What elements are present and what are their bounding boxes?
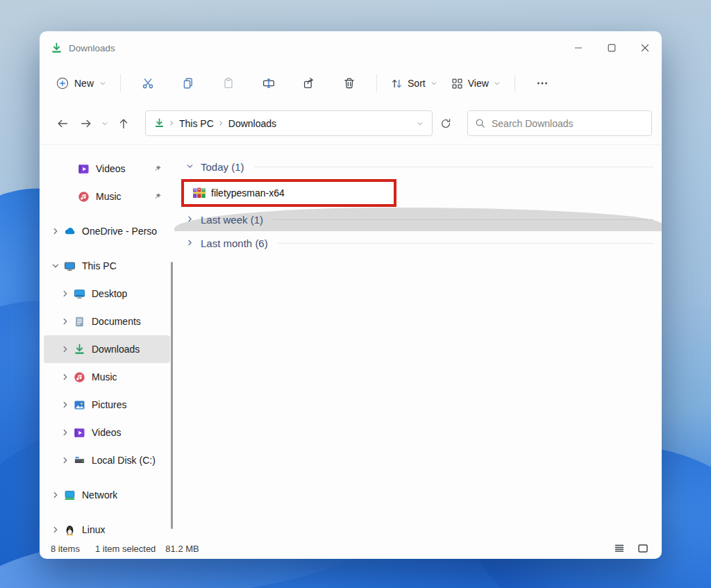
share-icon: [303, 77, 315, 90]
more-options-button[interactable]: [527, 70, 558, 96]
back-button[interactable]: [51, 112, 74, 135]
sort-button[interactable]: Sort: [384, 73, 444, 94]
breadcrumb-downloads[interactable]: Downloads: [228, 118, 276, 129]
thumbnail-view-icon: [637, 543, 649, 554]
copy-button[interactable]: [173, 70, 203, 96]
view-button[interactable]: View: [444, 73, 508, 94]
refresh-button[interactable]: [433, 110, 459, 136]
chevron-right-icon[interactable]: [60, 344, 72, 355]
local-disk-icon: [74, 455, 85, 467]
recent-locations-button[interactable]: [98, 112, 112, 135]
navigation-bar: This PC Downloads: [40, 102, 662, 145]
desktop-icon: [74, 288, 85, 300]
sidebar-scrollbar[interactable]: [171, 262, 173, 529]
view-button-label: View: [468, 78, 489, 89]
sidebar-item-this-pc[interactable]: This PC: [44, 252, 170, 280]
chevron-down-icon: [494, 80, 501, 87]
chevron-right-icon[interactable]: [60, 316, 72, 327]
linux-tux-icon: [64, 524, 76, 536]
group-header-last-month[interactable]: Last month (6): [174, 231, 662, 255]
group-header-rule: [254, 167, 653, 167]
chevron-right-icon[interactable]: [51, 524, 62, 535]
new-button-label: New: [74, 78, 94, 89]
sidebar-item-downloads[interactable]: Downloads: [44, 335, 170, 363]
search-input[interactable]: [492, 118, 644, 129]
file-list: Today (1) filetypesman-x64 Last week (1): [174, 145, 662, 538]
chevron-right-icon[interactable]: [51, 226, 62, 237]
sort-arrows-icon: [391, 78, 403, 90]
sidebar-item-label: Videos: [92, 427, 122, 438]
network-icon: [64, 489, 76, 501]
share-button[interactable]: [294, 70, 324, 96]
window-body: Videos Music: [40, 145, 662, 538]
sidebar-item-label: Linux: [82, 524, 105, 535]
chevron-right-icon[interactable]: [60, 427, 72, 438]
file-row: filetypesman-x64: [174, 178, 662, 208]
group-header-last-week[interactable]: Last week (1): [174, 208, 662, 231]
group-header-label: Last week (1): [201, 214, 263, 226]
sidebar-item-onedrive[interactable]: OneDrive - Perso: [44, 217, 170, 245]
downloads-folder-icon: [51, 42, 62, 54]
pin-icon: [153, 165, 162, 174]
annotation-highlight-box[interactable]: filetypesman-x64: [181, 179, 396, 207]
chevron-right-icon[interactable]: [51, 489, 62, 501]
copy-icon: [182, 77, 194, 90]
paste-button[interactable]: [213, 70, 244, 96]
sidebar-item-music[interactable]: Music: [44, 363, 170, 391]
pin-icon: [153, 192, 162, 201]
chevron-right-icon[interactable]: [60, 288, 72, 299]
group-header-rule: [273, 219, 653, 220]
breadcrumb-separator-icon: [169, 120, 175, 126]
chevron-right-icon[interactable]: [60, 371, 72, 383]
sidebar-item-label: Local Disk (C:): [92, 455, 156, 466]
title-bar[interactable]: Downloads: [40, 31, 662, 65]
sidebar-item-desktop[interactable]: Desktop: [44, 280, 170, 308]
breadcrumb-this-pc[interactable]: This PC: [179, 118, 214, 129]
sidebar-item-network[interactable]: Network: [44, 481, 170, 509]
new-button[interactable]: New: [49, 72, 113, 94]
file-explorer-window: Downloads New: [40, 31, 662, 559]
sidebar-item-label: OneDrive - Perso: [82, 226, 157, 237]
delete-button[interactable]: [334, 70, 365, 96]
sidebar-item-label: Network: [82, 489, 117, 501]
search-box[interactable]: [467, 110, 652, 136]
forward-button[interactable]: [74, 112, 98, 135]
sidebar-item-label: Videos: [96, 163, 126, 174]
sidebar-item-local-disk[interactable]: Local Disk (C:): [44, 446, 170, 474]
group-header-rule: [278, 243, 653, 244]
sidebar-item-videos[interactable]: Videos: [44, 419, 170, 446]
selection-size: 81.2 MB: [165, 544, 199, 554]
large-thumbnails-view-button[interactable]: [635, 541, 651, 556]
videos-folder-icon: [78, 163, 90, 175]
sidebar-item-documents[interactable]: Documents: [44, 308, 170, 335]
chevron-right-icon[interactable]: [60, 455, 72, 466]
maximize-button[interactable]: [595, 31, 628, 65]
up-button[interactable]: [112, 112, 135, 135]
sidebar-item-music-pinned[interactable]: Music: [44, 183, 170, 210]
minimize-button[interactable]: [562, 31, 595, 65]
sidebar-item-pictures[interactable]: Pictures: [44, 391, 170, 419]
address-bar: This PC Downloads: [145, 110, 459, 136]
chevron-down-icon[interactable]: [51, 260, 62, 271]
sidebar-item-linux[interactable]: Linux: [44, 516, 170, 544]
rename-button[interactable]: [253, 70, 284, 96]
onedrive-cloud-icon: [64, 226, 76, 237]
chevron-right-icon[interactable]: [185, 215, 195, 224]
chevron-right-icon[interactable]: [60, 399, 72, 410]
address-dropdown-button[interactable]: [414, 120, 426, 127]
chevron-right-icon[interactable]: [185, 238, 195, 248]
chevron-down-icon[interactable]: [185, 162, 195, 171]
rename-icon: [262, 77, 275, 90]
music-folder-icon: [78, 191, 90, 203]
address-breadcrumb-box[interactable]: This PC Downloads: [145, 110, 433, 136]
command-bar: New Sort: [40, 65, 662, 102]
search-icon: [475, 118, 485, 128]
cut-button[interactable]: [133, 70, 163, 96]
chevron-down-icon: [99, 80, 106, 87]
sidebar-item-videos-pinned[interactable]: Videos: [44, 155, 170, 183]
file-name[interactable]: filetypesman-x64: [211, 187, 285, 199]
navigation-pane: Videos Music: [40, 145, 174, 538]
close-button[interactable]: [628, 31, 662, 65]
details-view-button[interactable]: [612, 541, 627, 556]
group-header-today[interactable]: Today (1): [174, 155, 662, 178]
